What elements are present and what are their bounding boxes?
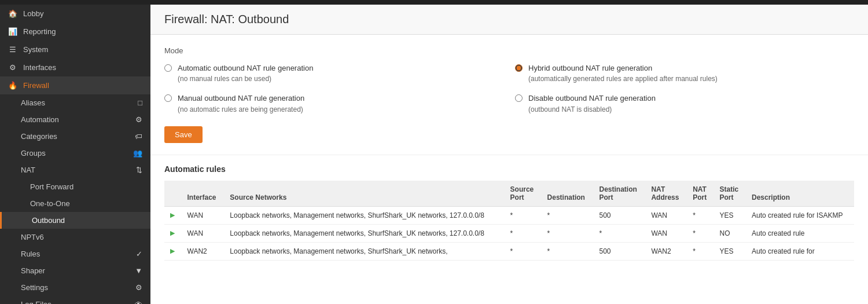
- row-description: Auto created rule for: [746, 242, 854, 260]
- log-files-badge: 👁: [135, 300, 142, 304]
- col-nat-port: NATPort: [687, 181, 713, 207]
- shaper-badge: ▼: [135, 266, 142, 275]
- row-interface: WAN: [182, 224, 225, 242]
- sidebar-item-nat[interactable]: NAT ⇅: [0, 162, 150, 178]
- settings-label: Settings: [21, 283, 48, 292]
- radio-option-auto: Automatic outbound NAT rule generation (…: [164, 63, 503, 84]
- table-section: Automatic rules Interface Source Network…: [150, 155, 868, 270]
- col-nat-address: NATAddress: [645, 181, 687, 207]
- nptv6-label: NPTv6: [21, 233, 44, 241]
- sidebar-item-settings[interactable]: Settings ⚙: [0, 279, 150, 296]
- nat-badge: ⇅: [136, 166, 142, 174]
- sidebar-item-reporting[interactable]: 📊 Reporting: [0, 23, 150, 41]
- sidebar-item-firewall[interactable]: 🔥 Firewall: [0, 76, 150, 94]
- sidebar-item-label: System: [23, 45, 48, 54]
- row-destination-port: 500: [594, 206, 646, 224]
- rules-badge: ✓: [136, 250, 142, 258]
- port-forward-label: Port Forward: [30, 182, 73, 191]
- categories-badge: 🏷: [135, 132, 142, 141]
- sidebar-item-log-files[interactable]: Log Files 👁: [0, 296, 150, 304]
- automation-badge: ⚙: [135, 115, 142, 124]
- nat-label: NAT: [21, 166, 35, 174]
- automation-label: Automation: [21, 115, 59, 124]
- firewall-icon: 🔥: [8, 81, 17, 90]
- row-indicator: ▶: [164, 206, 182, 224]
- row-source-networks: Loopback networks, Management networks, …: [224, 242, 504, 260]
- sidebar-item-label: Interfaces: [23, 63, 56, 72]
- radio-manual[interactable]: [164, 94, 172, 102]
- sidebar-item-groups[interactable]: Groups 👥: [0, 145, 150, 162]
- table-header-row: Interface Source Networks SourcePort Des…: [164, 181, 854, 207]
- row-description: Auto created rule: [746, 224, 854, 242]
- col-source-networks: Source Networks: [224, 181, 504, 207]
- sidebar-item-outbound[interactable]: Outbound: [0, 212, 150, 229]
- row-source-port: *: [505, 242, 542, 260]
- col-description: Description: [746, 181, 854, 207]
- mode-form-section: Mode Automatic outbound NAT rule generat…: [150, 35, 868, 155]
- one-to-one-label: One-to-One: [30, 199, 70, 208]
- col-indicator: [164, 181, 182, 207]
- log-files-label: Log Files: [21, 300, 52, 304]
- main-content: Firewall: NAT: Outbound Mode Automatic o…: [150, 5, 868, 304]
- radio-option-manual: Manual outbound NAT rule generation (no …: [164, 93, 503, 114]
- row-nat-address: WAN: [645, 206, 687, 224]
- table-row: ▶ WAN Loopback networks, Management netw…: [164, 206, 854, 224]
- sidebar-item-interfaces[interactable]: ⚙ Interfaces: [0, 58, 150, 76]
- sidebar-item-one-to-one[interactable]: One-to-One: [0, 195, 150, 212]
- row-interface: WAN: [182, 206, 225, 224]
- row-nat-port: *: [687, 224, 713, 242]
- sidebar-item-label: Lobby: [23, 9, 43, 18]
- lobby-icon: 🏠: [8, 9, 17, 18]
- radio-hybrid[interactable]: [515, 64, 523, 72]
- row-source-networks: Loopback networks, Management networks, …: [224, 224, 504, 242]
- radio-hybrid-label[interactable]: Hybrid outbound NAT rule generation (aut…: [528, 63, 718, 84]
- sidebar-item-lobby[interactable]: 🏠 Lobby: [0, 5, 150, 23]
- col-static-port: StaticPort: [713, 181, 746, 207]
- radio-disable[interactable]: [515, 94, 523, 102]
- radio-options-grid: Automatic outbound NAT rule generation (…: [164, 63, 854, 115]
- groups-label: Groups: [21, 149, 46, 158]
- radio-option-disable: Disable outbound NAT rule generation (ou…: [515, 93, 854, 114]
- sidebar-item-shaper[interactable]: Shaper ▼: [0, 262, 150, 279]
- sidebar-item-port-forward[interactable]: Port Forward: [0, 178, 150, 195]
- sidebar-item-rules[interactable]: Rules ✓: [0, 246, 150, 262]
- sidebar-item-label: Reporting: [23, 27, 56, 36]
- row-indicator: ▶: [164, 224, 182, 242]
- sidebar-item-automation[interactable]: Automation ⚙: [0, 111, 150, 128]
- radio-auto-label[interactable]: Automatic outbound NAT rule generation (…: [178, 63, 313, 84]
- radio-disable-label[interactable]: Disable outbound NAT rule generation (ou…: [528, 93, 656, 114]
- row-destination-port: 500: [594, 242, 646, 260]
- save-button[interactable]: Save: [164, 126, 203, 143]
- radio-auto[interactable]: [164, 64, 172, 72]
- outbound-label: Outbound: [32, 216, 65, 225]
- sidebar-item-nptv6[interactable]: NPTv6: [0, 229, 150, 246]
- aliases-badge: □: [138, 98, 142, 107]
- rules-label: Rules: [21, 250, 40, 258]
- radio-manual-label[interactable]: Manual outbound NAT rule generation (no …: [178, 93, 304, 114]
- settings-badge: ⚙: [135, 283, 142, 292]
- row-indicator: ▶: [164, 242, 182, 260]
- row-source-port: *: [505, 224, 542, 242]
- reporting-icon: 📊: [8, 27, 17, 36]
- sidebar: 🏠 Lobby 📊 Reporting ☰ System ⚙ Interface…: [0, 5, 150, 304]
- row-destination: *: [542, 224, 594, 242]
- system-icon: ☰: [8, 45, 17, 54]
- sidebar-item-aliases[interactable]: Aliases □: [0, 94, 150, 111]
- row-nat-port: *: [687, 206, 713, 224]
- page-header: Firewall: NAT: Outbound: [150, 5, 868, 35]
- row-nat-address: WAN2: [645, 242, 687, 260]
- row-source-port: *: [505, 206, 542, 224]
- row-nat-port: *: [687, 242, 713, 260]
- row-static-port: YES: [713, 206, 746, 224]
- section-title: Automatic rules: [164, 164, 854, 174]
- table-row: ▶ WAN Loopback networks, Management netw…: [164, 224, 854, 242]
- table-row: ▶ WAN2 Loopback networks, Management net…: [164, 242, 854, 260]
- row-interface: WAN2: [182, 242, 225, 260]
- sidebar-item-system[interactable]: ☰ System: [0, 41, 150, 58]
- shaper-label: Shaper: [21, 266, 45, 275]
- mode-label: Mode: [164, 46, 854, 55]
- sidebar-item-categories[interactable]: Categories 🏷: [0, 128, 150, 145]
- row-static-port: NO: [713, 224, 746, 242]
- page-title: Firewall: NAT: Outbound: [164, 13, 854, 26]
- groups-badge: 👥: [133, 149, 142, 158]
